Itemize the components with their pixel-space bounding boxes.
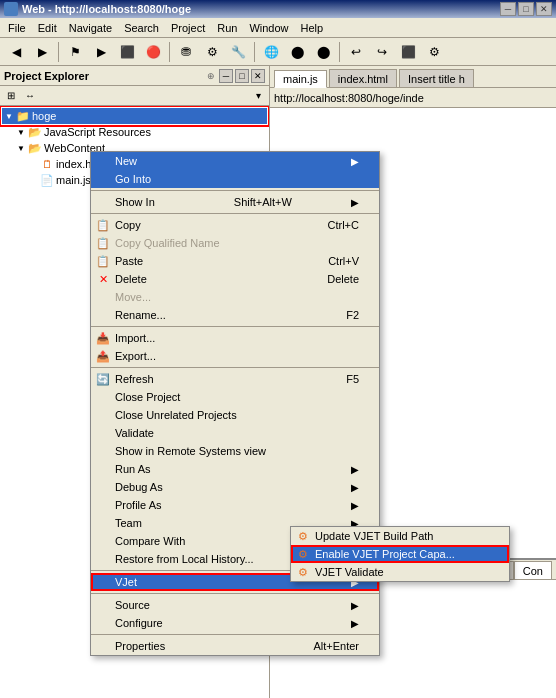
ctx-rename[interactable]: Rename... F2 <box>91 306 379 324</box>
ctx-refresh[interactable]: 🔄 Refresh F5 <box>91 370 379 388</box>
ctx-close-project[interactable]: Close Project <box>91 388 379 406</box>
ctx-move: Move... <box>91 288 379 306</box>
submenu-update-build[interactable]: ⚙ Update VJET Build Path <box>291 527 509 545</box>
tree-label-main: main.js <box>56 174 91 186</box>
ctx-delete[interactable]: ✕ Delete Delete <box>91 270 379 288</box>
submenu-vjet-validate-label: VJET Validate <box>315 566 384 578</box>
toolbar-back[interactable]: ◀ <box>4 41 28 63</box>
ctx-rename-shortcut: F2 <box>326 309 359 321</box>
maximize-button[interactable]: □ <box>518 2 534 16</box>
refresh-icon: 🔄 <box>95 371 111 387</box>
ctx-refresh-shortcut: F5 <box>326 373 359 385</box>
menu-help[interactable]: Help <box>295 20 330 36</box>
ctx-profile-as[interactable]: Profile As ▶ <box>91 496 379 514</box>
panel-maximize-btn[interactable]: □ <box>235 69 249 83</box>
tree-arrow-hoge[interactable]: ▼ <box>4 111 14 121</box>
ctx-show-in-arrow: ▶ <box>351 197 359 208</box>
ctx-profile-as-label: Profile As <box>115 499 161 511</box>
panel-minimize-btn[interactable]: ─ <box>219 69 233 83</box>
ctx-new-arrow: ▶ <box>351 156 359 167</box>
toolbar-btn-3[interactable]: ⬛ <box>115 41 139 63</box>
tree-arrow-js[interactable]: ▼ <box>16 127 26 137</box>
ctx-copy-label: Copy <box>115 219 141 231</box>
toolbar-btn-6[interactable]: ⚙ <box>200 41 224 63</box>
tab-indexhtml[interactable]: index.html <box>329 69 397 87</box>
ctx-go-into-label: Go Into <box>115 173 151 185</box>
ctx-new[interactable]: New ▶ <box>91 152 379 170</box>
delete-icon: ✕ <box>95 271 111 287</box>
link-editor-btn[interactable]: ↔ <box>21 88 39 104</box>
ctx-copy-qualified: 📋 Copy Qualified Name <box>91 234 379 252</box>
submenu-enable-vjet[interactable]: ⚙ Enable VJET Project Capa... <box>291 545 509 563</box>
tab-con[interactable]: Con <box>514 561 552 579</box>
ctx-show-remote[interactable]: Show in Remote Systems view <box>91 442 379 460</box>
toolbar-btn-13[interactable]: ⬛ <box>396 41 420 63</box>
menu-window[interactable]: Window <box>243 20 294 36</box>
ctx-source-arrow: ▶ <box>351 600 359 611</box>
ctx-configure[interactable]: Configure ▶ <box>91 614 379 632</box>
ctx-show-in[interactable]: Show In Shift+Alt+W ▶ <box>91 193 379 211</box>
submenu-vjet-validate[interactable]: ⚙ VJET Validate <box>291 563 509 581</box>
ctx-new-label: New <box>115 155 137 167</box>
tree-arrow-web[interactable]: ▼ <box>16 143 26 153</box>
tab-inserttitle[interactable]: Insert title h <box>399 69 474 87</box>
js-icon: 📄 <box>40 173 54 187</box>
menu-project[interactable]: Project <box>165 20 211 36</box>
toolbar-btn-12[interactable]: ↪ <box>370 41 394 63</box>
toolbar-btn-11[interactable]: ↩ <box>344 41 368 63</box>
toolbar-btn-14[interactable]: ⚙ <box>422 41 446 63</box>
panel-header: Project Explorer ⊕ ─ □ ✕ <box>0 66 269 86</box>
paste-icon: 📋 <box>95 253 111 269</box>
vjet-validate-icon: ⚙ <box>295 564 311 580</box>
ctx-restore-label: Restore from Local History... <box>115 553 254 565</box>
vjet-enable-icon: ⚙ <box>295 546 311 562</box>
ctx-copy[interactable]: 📋 Copy Ctrl+C <box>91 216 379 234</box>
menu-navigate[interactable]: Navigate <box>63 20 118 36</box>
ctx-close-unrelated-label: Close Unrelated Projects <box>115 409 237 421</box>
ctx-properties[interactable]: Properties Alt+Enter <box>91 637 379 655</box>
ctx-properties-label: Properties <box>115 640 165 652</box>
tab-mainjs[interactable]: main.js <box>274 70 327 88</box>
toolbar-btn-8[interactable]: 🌐 <box>259 41 283 63</box>
menu-search[interactable]: Search <box>118 20 165 36</box>
ctx-go-into[interactable]: Go Into <box>91 170 379 188</box>
toolbar-btn-2[interactable]: ▶ <box>89 41 113 63</box>
toolbar-btn-7[interactable]: 🔧 <box>226 41 250 63</box>
ctx-show-in-shortcut: Shift+Alt+W <box>214 196 292 208</box>
menu-bar: File Edit Navigate Search Project Run Wi… <box>0 18 556 38</box>
ctx-move-label: Move... <box>115 291 151 303</box>
panel-close-btn[interactable]: ✕ <box>251 69 265 83</box>
toolbar-btn-9[interactable]: ⬤ <box>285 41 309 63</box>
minimize-button[interactable]: ─ <box>500 2 516 16</box>
ctx-run-as-label: Run As <box>115 463 150 475</box>
ctx-configure-label: Configure <box>115 617 163 629</box>
ctx-validate[interactable]: Validate <box>91 424 379 442</box>
ctx-close-unrelated[interactable]: Close Unrelated Projects <box>91 406 379 424</box>
html-icon: 🗒 <box>40 157 54 171</box>
menu-edit[interactable]: Edit <box>32 20 63 36</box>
ctx-run-as-arrow: ▶ <box>351 464 359 475</box>
tree-item-hoge[interactable]: ▼ 📁 hoge <box>2 108 267 124</box>
ctx-close-project-label: Close Project <box>115 391 180 403</box>
toolbar-fwd[interactable]: ▶ <box>30 41 54 63</box>
ctx-paste[interactable]: 📋 Paste Ctrl+V <box>91 252 379 270</box>
collapse-all-btn[interactable]: ⊞ <box>2 88 20 104</box>
close-button[interactable]: ✕ <box>536 2 552 16</box>
ctx-debug-as-label: Debug As <box>115 481 163 493</box>
menu-run[interactable]: Run <box>211 20 243 36</box>
ctx-copy-shortcut: Ctrl+C <box>308 219 359 231</box>
tree-item-js-resources[interactable]: ▼ 📂 JavaScript Resources <box>2 124 267 140</box>
toolbar-btn-4[interactable]: 🔴 <box>141 41 165 63</box>
ctx-export[interactable]: 📤 Export... <box>91 347 379 365</box>
toolbar-btn-10[interactable]: ⬤ <box>311 41 335 63</box>
ctx-run-as[interactable]: Run As ▶ <box>91 460 379 478</box>
view-menu-btn[interactable]: ▾ <box>249 88 267 104</box>
ctx-copy-qualified-label: Copy Qualified Name <box>115 237 220 249</box>
toolbar-btn-5[interactable]: ⛃ <box>174 41 198 63</box>
toolbar-sep-4 <box>339 42 340 62</box>
toolbar-btn-1[interactable]: ⚑ <box>63 41 87 63</box>
menu-file[interactable]: File <box>2 20 32 36</box>
ctx-source[interactable]: Source ▶ <box>91 596 379 614</box>
ctx-import[interactable]: 📥 Import... <box>91 329 379 347</box>
ctx-debug-as[interactable]: Debug As ▶ <box>91 478 379 496</box>
